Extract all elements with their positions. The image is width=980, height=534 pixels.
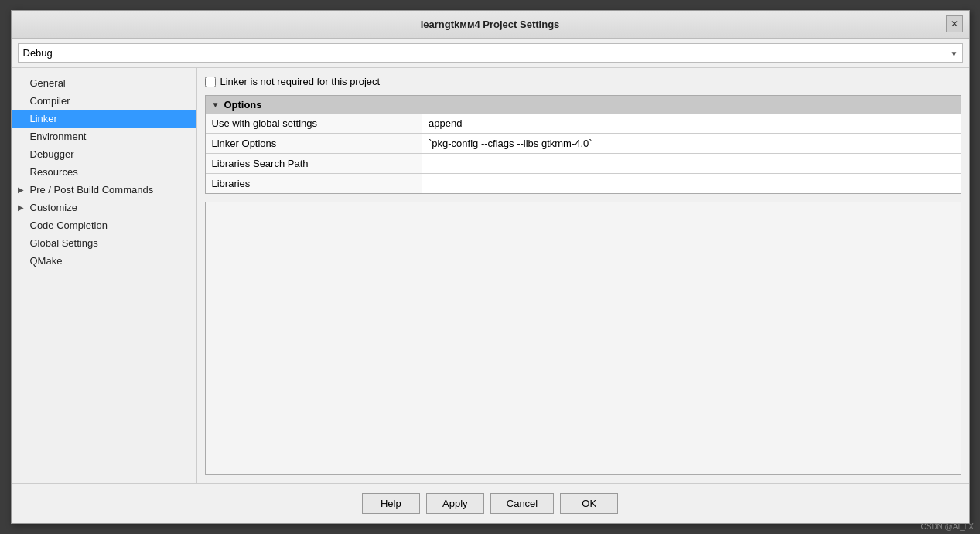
project-settings-dialog: learngtkмм4 Project Settings ✕ DebugRele… [11,10,970,524]
sidebar-label-code-completion: Code Completion [30,219,108,231]
config-select-wrapper: DebugRelease ▼ [18,43,963,63]
sidebar-item-general[interactable]: General [12,74,196,92]
sidebar-item-resources[interactable]: Resources [12,163,196,181]
help-button[interactable]: Help [362,493,420,514]
options-collapse-icon: ▼ [212,100,220,109]
options-header-label: Options [224,99,261,111]
table-row: Libraries Search Path [206,154,961,174]
sidebar-label-customize: Customize [30,202,77,213]
linker-checkbox-row: Linker is not required for this project [205,76,961,87]
option-key-1: Linker Options [206,134,422,154]
title-bar: learngtkмм4 Project Settings ✕ [12,11,969,39]
sidebar-label-linker: Linker [30,113,57,124]
table-row: Libraries [206,174,961,194]
sidebar-item-linker[interactable]: Linker [12,110,196,128]
sidebar-item-compiler[interactable]: Compiler [12,92,196,110]
sidebar-item-global-settings[interactable]: Global Settings [12,234,196,252]
sidebar-label-general: General [30,77,66,89]
option-key-0: Use with global settings [206,114,422,134]
ok-button[interactable]: OK [560,493,618,514]
sidebar-item-environment[interactable]: Environment [12,128,196,145]
sidebar-label-resources: Resources [30,166,78,178]
sidebar-item-code-completion[interactable]: Code Completion [12,216,196,234]
sidebar-item-debugger[interactable]: Debugger [12,145,196,163]
options-header[interactable]: ▼ Options [206,96,961,114]
watermark: CSDN @AI_LX [920,522,974,531]
main-content: General Compiler Linker Environment Debu… [12,68,969,483]
expand-arrow-icon-2: ▶ [18,203,24,212]
table-row: Use with global settings append [206,114,961,134]
sidebar-label-qmake: QMake [30,255,63,267]
button-bar: Help Apply Cancel OK [12,483,969,523]
sidebar-item-customize[interactable]: ▶ Customize [12,199,196,216]
option-value-3[interactable] [422,174,961,194]
sidebar-label-debugger: Debugger [30,148,74,160]
options-section: ▼ Options Use with global settings appen… [205,95,961,194]
sidebar-item-qmake[interactable]: QMake [12,252,196,270]
sidebar-label-compiler: Compiler [30,95,70,107]
apply-button[interactable]: Apply [426,493,484,514]
right-panel: Linker is not required for this project … [197,68,969,483]
sidebar-label-pre-post: Pre / Post Build Commands [30,184,154,196]
expand-arrow-icon: ▶ [18,185,24,194]
sidebar-label-global-settings: Global Settings [30,237,98,249]
config-toolbar: DebugRelease ▼ [12,39,969,68]
config-dropdown[interactable]: DebugRelease [18,43,963,63]
table-row: Linker Options `pkg-config --cflags --li… [206,134,961,154]
option-key-3: Libraries [206,174,422,194]
option-value-1[interactable]: `pkg-config --cflags --libs gtkmm-4.0` [422,134,961,154]
option-value-2[interactable] [422,154,961,174]
sidebar-label-environment: Environment [30,131,87,142]
sidebar-item-pre-post-build[interactable]: ▶ Pre / Post Build Commands [12,181,196,199]
option-key-2: Libraries Search Path [206,154,422,174]
cancel-button[interactable]: Cancel [490,493,554,514]
option-value-0[interactable]: append [422,114,961,134]
options-table: Use with global settings append Linker O… [206,114,961,193]
linker-checkbox-label: Linker is not required for this project [220,76,381,87]
close-button[interactable]: ✕ [946,15,963,32]
sidebar: General Compiler Linker Environment Debu… [12,68,197,483]
dialog-title: learngtkмм4 Project Settings [421,19,560,30]
linker-required-checkbox[interactable] [205,77,216,87]
description-box [205,202,961,475]
